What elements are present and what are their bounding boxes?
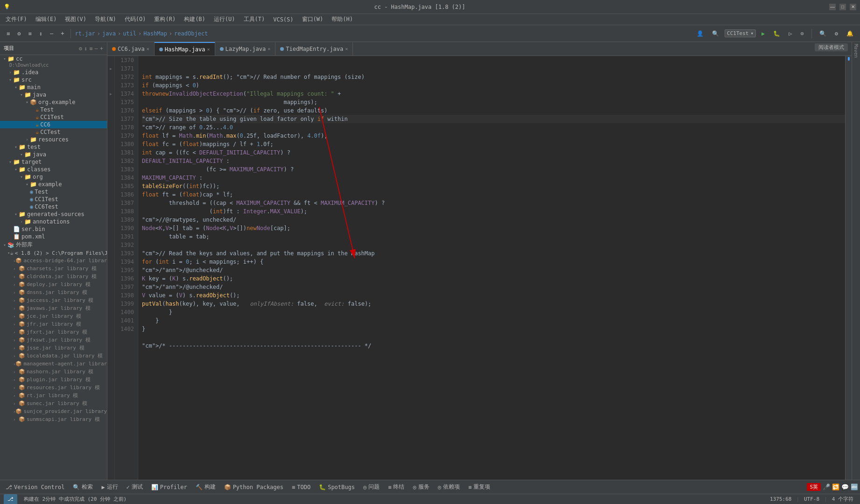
project-root[interactable]: ▾ 📁 cc [0, 55, 107, 63]
menu-build[interactable]: 构建(B) [180, 14, 209, 24]
sidebar-item-library[interactable]: › 📦 plugin.jar library 模 [0, 376, 107, 384]
breadcrumb-item-hashmap[interactable]: HashMap [143, 30, 167, 37]
sidebar-item-test-folder[interactable]: ▾ 📁 test [0, 143, 107, 151]
sidebar-item-org[interactable]: ▾ 📁 org [0, 173, 107, 181]
menu-tools[interactable]: 工具(T) [240, 14, 269, 24]
gutter-fold[interactable]: ▶ [107, 64, 114, 73]
toolbar-btn-2[interactable]: ≡ [25, 29, 34, 38]
sidebar-item-library[interactable]: › 📦 nashorn.jar library 模 [0, 368, 107, 376]
code-line[interactable]: threshold = ((cap < MAXIMUM_CAPACITY && … [142, 199, 845, 207]
code-line[interactable]: int cap = ((fc < DEFAULT_INITIAL_CAPACIT… [142, 148, 845, 157]
maximize-button[interactable]: □ [839, 4, 846, 10]
sidebar-pin-icon[interactable]: — [95, 45, 98, 52]
bottom-tab-python-packages[interactable]: 📦 Python Packages [220, 483, 287, 492]
run-button[interactable]: ▶ [759, 29, 768, 38]
toolbar-btn-1[interactable]: ⚙ [14, 29, 23, 38]
code-line[interactable]: if (mappings < 0) [142, 81, 845, 90]
tab-close-hashmap[interactable]: ✕ [207, 47, 210, 52]
bottom-tab-services[interactable]: ◎ 服务 [409, 482, 433, 492]
sidebar-item-library[interactable]: › 📦 jfxrt.jar library 模 [0, 328, 107, 336]
ime-btn[interactable]: S英 [807, 483, 821, 491]
code-line[interactable]: (fc >= MAXIMUM_CAPACITY) ? [142, 165, 845, 174]
sidebar-item-pom[interactable]: 📋 pom.xml [0, 233, 107, 240]
code-content[interactable]: int mappings = s.readInt(); "cm">// Read… [138, 56, 845, 480]
bottom-tab-vcs[interactable]: ⎇ Version Control [2, 483, 68, 492]
sidebar-item-library[interactable]: › 📦 access-bridge-64.jar library 模 [0, 257, 107, 265]
menu-view[interactable]: 视图(V) [61, 14, 90, 24]
sidebar-item-library[interactable]: › 📦 jfxswt.jar library 模 [0, 336, 107, 344]
sidebar-collapse-icon[interactable]: ≡ [89, 45, 92, 52]
search-btn[interactable]: 🔍 [709, 29, 722, 38]
sidebar-item-src[interactable]: ▾ 📁 src [0, 76, 107, 84]
sidebar-item-target[interactable]: ▾ 📁 target [0, 158, 107, 166]
sidebar-item-cc1test-class[interactable]: ◉ CC1Test [0, 196, 107, 203]
sidebar-item-cctest[interactable]: ☕ CCTest [0, 128, 107, 136]
tab-hashmap[interactable]: HashMap.java ✕ [155, 42, 215, 56]
translate-icon[interactable]: 🔁 [832, 483, 839, 490]
bottom-tab-build[interactable]: 🔨 构建 [192, 482, 219, 492]
bottom-tab-run[interactable]: ▶ 运行 [98, 482, 121, 492]
menu-edit[interactable]: 编辑(E) [32, 14, 61, 24]
sidebar-item-java[interactable]: ▾ 📁 java [0, 91, 107, 98]
sidebar-item-org-example[interactable]: ▾ 📦 org.example [0, 98, 107, 106]
code-line[interactable]: "cm">/* --------------------------------… [142, 342, 845, 350]
chat-icon[interactable]: 💬 [841, 483, 849, 490]
sidebar-item-library[interactable]: › 📦 dnsns.jar library 模 [0, 288, 107, 296]
tab-cc6[interactable]: CC6.java ✕ [107, 42, 155, 56]
sidebar-item-ser-bin[interactable]: 📄 ser.bin [0, 225, 107, 233]
menu-run[interactable]: 运行(U) [210, 14, 239, 24]
tab-close-tiedmapentry[interactable]: ✕ [345, 46, 348, 51]
sidebar-expand-icon[interactable]: ↕ [84, 45, 87, 52]
sidebar-item-resources[interactable]: › 📁 resources [0, 136, 107, 143]
bottom-tab-problems[interactable]: ◎ 问题 [360, 482, 383, 492]
run-config-combo[interactable]: CC1Test ▾ [725, 29, 756, 37]
code-line[interactable]: "cm">/"ann">/@unchecked/ [142, 266, 845, 274]
debug-button[interactable]: 🐛 [770, 29, 783, 38]
search-everywhere-btn[interactable]: 🔍 [817, 29, 829, 38]
code-line[interactable]: } [142, 308, 845, 316]
close-button[interactable]: ✕ [850, 4, 856, 10]
tab-lazymap[interactable]: LazyMap.java ✕ [215, 42, 276, 56]
reader-mode-btn[interactable]: 阅读者模式 [815, 44, 848, 51]
sidebar-item-idea[interactable]: › 📁 .idea [0, 69, 107, 76]
toolbar-btn-3[interactable]: ↕ [36, 29, 45, 38]
indent[interactable]: 4 个字符 [829, 496, 856, 503]
bottom-tab-profiler[interactable]: 📊 Profiler [148, 483, 191, 492]
code-line[interactable]: "cm">//@rawtypes, unchecked/ [142, 216, 845, 224]
sidebar-item-library[interactable]: › 📦 rt.jar library 模 [0, 392, 107, 399]
code-line[interactable]: "cm">// range of 0.25...4.0 [142, 123, 845, 132]
code-line[interactable]: DEFAULT_INITIAL_CAPACITY : [142, 157, 845, 165]
caret-position[interactable]: 1375:68 [767, 496, 794, 502]
code-line[interactable]: for (int i = 0; i < mappings; i++) { [142, 258, 845, 266]
code-line[interactable]: Node<K,V>[] tab = (Node<K,V>[])new Node[… [142, 224, 845, 232]
code-line[interactable]: putVal(hash(key), key, value, onlyIfAbse… [142, 300, 845, 308]
code-line[interactable]: V value = (V) s.readObject(); [142, 291, 845, 300]
code-line[interactable]: mappings); [142, 98, 845, 106]
bottom-tab-test[interactable]: ✓ 测试 [123, 482, 147, 492]
sidebar-item-example[interactable]: ▾ 📁 example [0, 181, 107, 188]
gutter-fold-2[interactable]: ▶ [107, 90, 114, 98]
sidebar-item-cc6test-class[interactable]: ◉ CC6Test [0, 203, 107, 210]
maven-side-icon[interactable]: Maven [853, 44, 859, 58]
sidebar-item-library[interactable]: › 📦 resources.jar library 模 [0, 384, 107, 392]
bottom-tab-duplicates[interactable]: ≡ 重复项 [465, 482, 494, 492]
sidebar-item-annotations[interactable]: › 📁 annotations [0, 218, 107, 225]
project-toggle-btn[interactable]: ≡ [4, 29, 13, 38]
tab-tiedmapentry[interactable]: TiedMapEntry.java ✕ [275, 42, 353, 56]
code-line[interactable]: } [142, 325, 845, 333]
menu-file[interactable]: 文件(F) [2, 14, 31, 24]
bottom-tab-terminal[interactable]: ≡ 终结 [384, 482, 408, 492]
code-line[interactable]: int mappings = s.readInt(); "cm">// Read… [142, 73, 845, 81]
sidebar-item-library[interactable]: › 📦 localedata.jar library 模 [0, 352, 107, 360]
sidebar-item-library[interactable]: › 📦 jfr.jar library 模 [0, 320, 107, 328]
sidebar-item-test[interactable]: ☕ Test [0, 106, 107, 113]
code-line[interactable] [142, 333, 845, 342]
menu-help[interactable]: 帮助(H) [328, 14, 357, 24]
sidebar-item-jdk[interactable]: ▾ ☕ < 1.8 (2) > C:\Program Files\Java\jd… [0, 249, 107, 257]
sidebar-item-library[interactable]: › 📦 cldrdata.jar library 模 [0, 273, 107, 280]
coverage-btn[interactable]: ▷ [786, 29, 795, 38]
code-line[interactable]: MAXIMUM_CAPACITY : [142, 174, 845, 182]
bottom-tab-spotbugs[interactable]: 🐛 SpotBugs [315, 483, 359, 492]
code-line[interactable]: table = tab; [142, 232, 845, 241]
sidebar-item-library[interactable]: › 📦 sunmscapi.jar library 模 [0, 415, 107, 423]
